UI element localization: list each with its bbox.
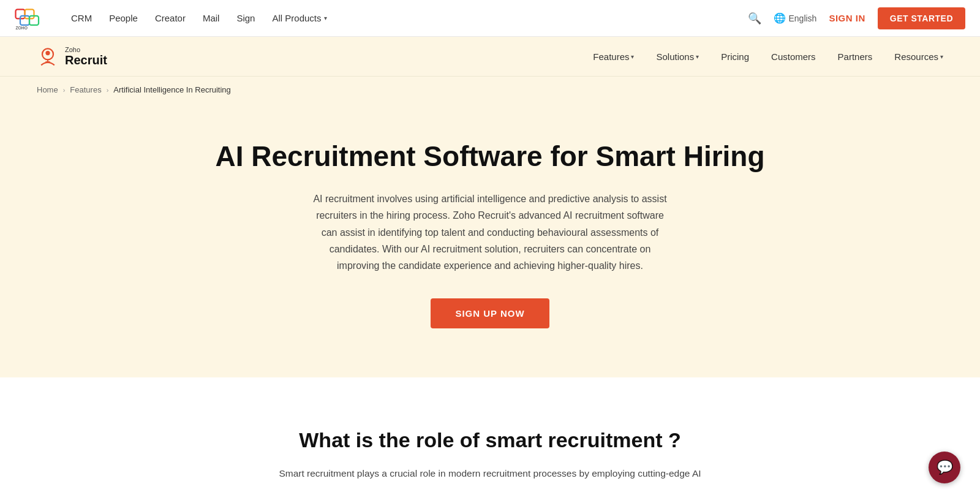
mail-link[interactable]: Mail bbox=[203, 13, 220, 23]
solutions-nav-link[interactable]: Solutions ▾ bbox=[656, 51, 699, 62]
get-started-button[interactable]: GET STARTED bbox=[878, 7, 965, 29]
breadcrumb-current: Artificial Intelligence In Recruiting bbox=[113, 85, 230, 94]
smart-section-title: What is the role of smart recruitment ? bbox=[37, 426, 943, 453]
all-products-chevron-icon: ▾ bbox=[324, 15, 327, 21]
hero-section: AI Recruitment Software for Smart Hiring… bbox=[0, 103, 980, 377]
breadcrumb: Home › Features › Artificial Intelligenc… bbox=[0, 77, 980, 103]
zoho-logo[interactable]: ZOHO bbox=[15, 6, 51, 31]
smart-section: What is the role of smart recruitment ? … bbox=[0, 377, 980, 503]
globe-icon: 🌐 bbox=[774, 12, 786, 24]
search-icon: 🔍 bbox=[748, 12, 761, 25]
chat-icon: 💬 bbox=[937, 460, 953, 475]
chat-widget[interactable]: 💬 bbox=[929, 452, 960, 483]
all-products-link[interactable]: All Products ▾ bbox=[272, 13, 326, 23]
search-button[interactable]: 🔍 bbox=[748, 12, 761, 25]
signin-button[interactable]: SIGN IN bbox=[829, 13, 865, 23]
top-nav-links: CRM People Creator Mail Sign All Product… bbox=[71, 13, 327, 23]
people-link[interactable]: People bbox=[109, 13, 138, 23]
top-nav-right: 🔍 🌐 English SIGN IN GET STARTED bbox=[748, 7, 965, 29]
sign-link[interactable]: Sign bbox=[236, 13, 255, 23]
hero-description: AI recruitment involves using artificial… bbox=[312, 191, 668, 274]
partners-nav-link[interactable]: Partners bbox=[838, 51, 873, 62]
svg-text:ZOHO: ZOHO bbox=[16, 26, 28, 30]
customers-nav-link[interactable]: Customers bbox=[771, 51, 816, 62]
resources-nav-link[interactable]: Resources ▾ bbox=[894, 51, 943, 62]
breadcrumb-separator-2: › bbox=[107, 86, 109, 94]
features-nav-link[interactable]: Features ▾ bbox=[593, 51, 634, 62]
breadcrumb-features[interactable]: Features bbox=[70, 85, 101, 94]
secondary-nav-links: Features ▾ Solutions ▾ Pricing Customers… bbox=[593, 51, 943, 62]
creator-link[interactable]: Creator bbox=[155, 13, 186, 23]
solutions-chevron-icon: ▾ bbox=[696, 53, 699, 60]
breadcrumb-separator-1: › bbox=[63, 86, 66, 94]
top-nav: ZOHO CRM People Creator Mail Sign All Pr… bbox=[0, 0, 980, 37]
hero-title: AI Recruitment Software for Smart Hiring bbox=[12, 140, 968, 173]
language-selector[interactable]: 🌐 English bbox=[774, 12, 816, 24]
crm-link[interactable]: CRM bbox=[71, 13, 92, 23]
smart-section-text: Smart recruitment plays a crucial role i… bbox=[276, 466, 704, 482]
features-chevron-icon: ▾ bbox=[631, 53, 634, 60]
recruit-logo[interactable]: Zoho Recruit bbox=[37, 45, 107, 67]
signup-button[interactable]: SIGN UP NOW bbox=[431, 298, 549, 328]
pricing-nav-link[interactable]: Pricing bbox=[721, 51, 749, 62]
svg-point-6 bbox=[45, 51, 50, 55]
secondary-nav: Zoho Recruit Features ▾ Solutions ▾ Pric… bbox=[0, 37, 980, 77]
recruit-logo-text: Zoho Recruit bbox=[65, 46, 107, 67]
resources-chevron-icon: ▾ bbox=[940, 53, 943, 60]
breadcrumb-home[interactable]: Home bbox=[37, 85, 58, 94]
